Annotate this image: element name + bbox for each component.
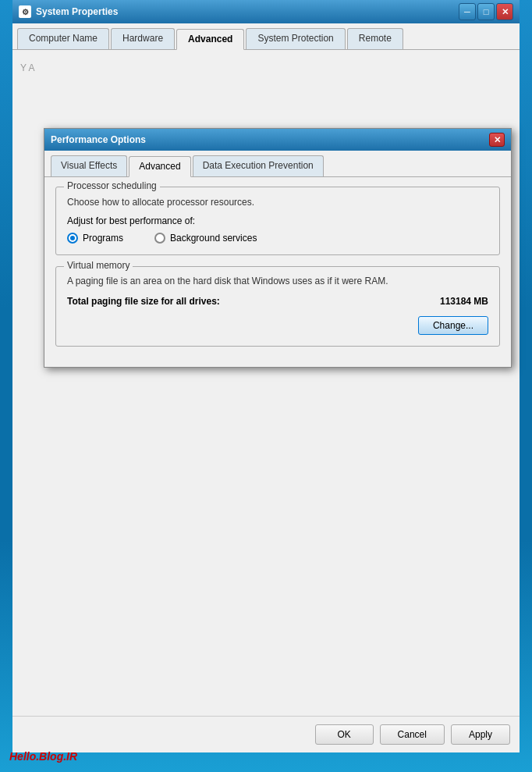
radio-programs[interactable]: Programs bbox=[67, 233, 123, 244]
window-icon: ⚙ bbox=[19, 5, 31, 18]
virtual-memory-section: Virtual memory A paging file is an area … bbox=[55, 266, 500, 347]
system-properties-footer: OK Cancel Apply bbox=[12, 716, 520, 752]
titlebar-title-group: ⚙ System Properties bbox=[19, 5, 118, 18]
perf-close-button[interactable]: ✕ bbox=[489, 133, 505, 147]
cancel-button[interactable]: Cancel bbox=[380, 724, 445, 745]
page-container: ⚙ System Properties ─ □ ✕ Computer Name … bbox=[0, 0, 532, 772]
radio-programs-label: Programs bbox=[83, 233, 123, 244]
virtual-memory-info: A paging file is an area on the hard dis… bbox=[67, 275, 488, 288]
change-button[interactable]: Change... bbox=[418, 316, 488, 335]
background-text: Y A bbox=[20, 59, 512, 76]
radio-background-btn[interactable] bbox=[154, 233, 165, 244]
system-properties-body: Y A Performance Options ✕ bbox=[12, 50, 520, 752]
perf-titlebar-text-group: Performance Options bbox=[51, 134, 146, 145]
processor-scheduling-legend: Processor scheduling bbox=[64, 180, 160, 191]
vm-size-row: Total paging file size for all drives: 1… bbox=[67, 296, 488, 307]
perf-tab-advanced[interactable]: Advanced bbox=[129, 156, 190, 177]
processor-scheduling-description: Choose how to allocate processor resourc… bbox=[67, 197, 488, 208]
apply-button[interactable]: Apply bbox=[451, 724, 510, 745]
system-properties-tab-strip: Computer Name Hardware Advanced System P… bbox=[12, 23, 520, 50]
vm-size-label: Total paging file size for all drives: bbox=[67, 296, 220, 307]
system-properties-titlebar: ⚙ System Properties ─ □ ✕ bbox=[12, 0, 520, 23]
processor-scheduling-section: Processor scheduling Choose how to alloc… bbox=[55, 187, 500, 255]
radio-background[interactable]: Background services bbox=[154, 233, 257, 244]
vm-size-value: 113184 MB bbox=[440, 296, 488, 307]
processor-scheduling-sublabel: Adjust for best performance of: bbox=[67, 215, 488, 226]
perf-options-body: Processor scheduling Choose how to alloc… bbox=[44, 177, 511, 367]
watermark: Hello.Blog.IR bbox=[9, 750, 77, 763]
system-properties-window: ⚙ System Properties ─ □ ✕ Computer Name … bbox=[12, 0, 520, 752]
minimize-button[interactable]: ─ bbox=[459, 3, 476, 20]
virtual-memory-legend: Virtual memory bbox=[64, 260, 133, 271]
ok-button[interactable]: OK bbox=[315, 724, 374, 745]
tab-system-protection[interactable]: System Protection bbox=[246, 28, 345, 49]
close-button[interactable]: ✕ bbox=[496, 3, 513, 20]
perf-tab-dep[interactable]: Data Execution Prevention bbox=[193, 155, 324, 176]
tab-hardware[interactable]: Hardware bbox=[111, 28, 175, 49]
tab-remote[interactable]: Remote bbox=[347, 28, 403, 49]
radio-background-label: Background services bbox=[170, 233, 257, 244]
tab-advanced[interactable]: Advanced bbox=[176, 29, 244, 50]
perf-options-titlebar: Performance Options ✕ bbox=[44, 129, 511, 151]
window-title: System Properties bbox=[36, 6, 118, 17]
perf-window-title: Performance Options bbox=[51, 134, 146, 145]
tab-computer-name[interactable]: Computer Name bbox=[17, 28, 109, 49]
titlebar-controls: ─ □ ✕ bbox=[459, 3, 513, 20]
radio-group: Programs Background services bbox=[67, 233, 488, 244]
radio-programs-btn[interactable] bbox=[67, 233, 78, 244]
perf-tab-visual-effects[interactable]: Visual Effects bbox=[51, 155, 127, 176]
maximize-button[interactable]: □ bbox=[477, 3, 495, 20]
performance-options-window: Performance Options ✕ Visual Effects Adv… bbox=[44, 128, 512, 368]
perf-tab-strip: Visual Effects Advanced Data Execution P… bbox=[44, 151, 511, 177]
